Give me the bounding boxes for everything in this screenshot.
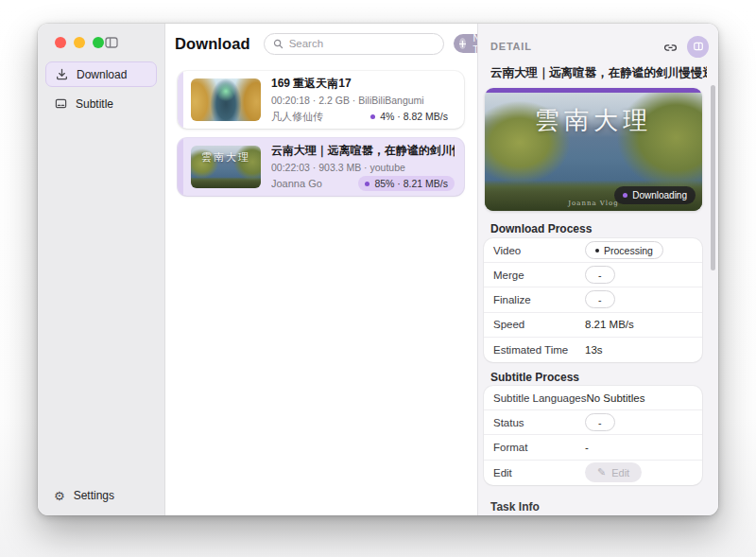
pencil-icon: ✎ xyxy=(597,466,606,479)
detail-panel: DETAIL 云南大理｜远离喧嚣，在静谧的剑川慢慢逛｜千... xyxy=(477,24,718,515)
row-label: Finalize xyxy=(493,294,585,305)
subtitle-icon xyxy=(54,97,67,111)
row-subtitle-languages: Subtitle Languages No Subtitles xyxy=(484,386,702,410)
edit-subtitle-button[interactable]: ✎ Edit xyxy=(585,462,642,482)
download-process-card: Video Processing Merge - Finalize - Spee… xyxy=(484,238,702,362)
sidebar-nav: Download Subtitle xyxy=(45,61,157,116)
minimize-window-button[interactable] xyxy=(74,37,85,48)
status-badge-label: Downloading xyxy=(632,190,687,200)
row-speed: Speed 8.21 MB/s xyxy=(484,313,702,338)
task-meta: 00:22:03 · 903.3 MB · youtube xyxy=(271,162,455,173)
row-label: Merge xyxy=(493,270,585,281)
task-list: 169 重返天南17 00:20:18 · 2.2 GB · BiliBiliB… xyxy=(178,71,464,196)
sidebar: Download Subtitle ⚙ Settings xyxy=(38,24,165,515)
estimated-time-value: 13s xyxy=(585,344,603,356)
task-info: 云南大理｜远离喧嚣，在静谧的剑川慢慢... 00:22:03 · 903.3 M… xyxy=(271,143,455,191)
detail-video-title: 云南大理｜远离喧嚣，在静谧的剑川慢慢逛｜千... xyxy=(490,65,707,81)
finalize-status-pill: - xyxy=(585,290,615,308)
thumbnail-overlay-text: 雲南大理 xyxy=(485,104,702,137)
row-subtitle-status: Status - xyxy=(484,410,702,435)
speed-value: 8.21 MB/s xyxy=(585,319,634,330)
sidebar-item-label: Download xyxy=(77,68,127,81)
row-label: Video xyxy=(493,245,585,256)
video-status-pill: Processing xyxy=(585,241,663,259)
sidebar-item-subtitle[interactable]: Subtitle xyxy=(45,91,157,116)
zoom-window-button[interactable] xyxy=(93,37,104,48)
row-subtitle-edit: Edit ✎ Edit xyxy=(484,461,702,485)
toggle-detail-panel-button[interactable] xyxy=(687,36,709,58)
status-dot-icon xyxy=(623,193,627,198)
task-progress: 85% · 8.21 MB/s xyxy=(358,176,455,191)
pill-label: - xyxy=(598,270,602,281)
task-info-heading: Task Info xyxy=(490,500,540,513)
search-box[interactable] xyxy=(264,33,444,55)
row-label: Estimated Time xyxy=(493,344,585,356)
subtitle-process-card: Subtitle Languages No Subtitles Status -… xyxy=(484,386,702,485)
window-controls xyxy=(55,37,104,48)
row-label: Subtitle Languages xyxy=(493,392,586,404)
row-estimated-time: Estimated Time 13s xyxy=(484,338,702,362)
row-subtitle-format: Format - xyxy=(484,435,702,460)
row-video: Video Processing xyxy=(484,238,702,263)
row-label: Status xyxy=(493,417,585,428)
open-link-button[interactable] xyxy=(663,40,678,54)
task-meta: 00:20:18 · 2.2 GB · BiliBiliBangumi xyxy=(271,95,455,106)
thumbnail-image: 雲南大理 Joanna Vlog Downloading xyxy=(485,93,702,211)
pill-label: - xyxy=(598,417,602,428)
row-finalize: Finalize - xyxy=(484,287,702,312)
task-card-2[interactable]: 雲南大理 云南大理｜远离喧嚣，在静谧的剑川慢慢... 00:22:03 · 90… xyxy=(178,138,464,196)
sidebar-item-download[interactable]: Download xyxy=(45,61,157,87)
row-merge: Merge - xyxy=(484,263,702,287)
task-progress: 4% · 8.82 MB/s xyxy=(364,109,455,124)
settings-label: Settings xyxy=(74,489,114,502)
progress-dot-icon xyxy=(370,114,375,119)
status-badge: Downloading xyxy=(614,186,696,204)
link-icon xyxy=(663,40,678,54)
task-author: Joanna Go xyxy=(271,178,322,189)
subtitle-process-heading: Subtitle Process xyxy=(490,371,579,384)
edit-button-label: Edit xyxy=(611,467,629,479)
page-title: Download xyxy=(175,35,250,53)
thumbnail-overlay-text: 雲南大理 xyxy=(191,150,261,165)
pill-dot-icon xyxy=(595,249,599,252)
desktop-background: Download Subtitle ⚙ Settings Do xyxy=(0,0,756,557)
detail-header: DETAIL xyxy=(490,35,709,58)
subtitle-format-value: - xyxy=(585,442,589,453)
download-icon xyxy=(55,68,68,81)
sidebar-item-settings[interactable]: ⚙ Settings xyxy=(54,489,114,502)
row-label: Format xyxy=(493,442,585,453)
task-info: 169 重返天南17 00:20:18 · 2.2 GB · BiliBiliB… xyxy=(271,76,455,124)
card-accent-rail xyxy=(178,71,183,129)
progress-text: 85% · 8.21 MB/s xyxy=(374,178,448,189)
download-header: Download New Task xyxy=(165,24,477,63)
detail-scrollbar[interactable] xyxy=(711,85,715,270)
row-label: Edit xyxy=(493,467,585,479)
merge-status-pill: - xyxy=(585,266,615,284)
sidebar-item-label: Subtitle xyxy=(76,97,113,111)
progress-text: 4% · 8.82 MB/s xyxy=(380,111,448,122)
task-title: 169 重返天南17 xyxy=(271,76,455,92)
card-accent-rail xyxy=(178,138,183,196)
task-card-1[interactable]: 169 重返天南17 00:20:18 · 2.2 GB · BiliBiliB… xyxy=(178,71,464,129)
search-input[interactable] xyxy=(289,38,435,49)
download-process-heading: Download Process xyxy=(490,222,592,235)
detail-heading: DETAIL xyxy=(490,41,532,52)
task-thumbnail xyxy=(191,78,261,121)
subtitle-status-pill: - xyxy=(585,413,615,431)
panel-icon xyxy=(693,41,704,52)
task-title: 云南大理｜远离喧嚣，在静谧的剑川慢慢... xyxy=(271,143,455,159)
task-author: 凡人修仙传 xyxy=(271,110,323,124)
pill-label: - xyxy=(598,294,602,305)
detail-thumbnail: 雲南大理 Joanna Vlog Downloading xyxy=(485,88,702,211)
sidebar-toggle-icon[interactable] xyxy=(104,35,119,50)
row-label: Speed xyxy=(493,319,585,330)
task-thumbnail: 雲南大理 xyxy=(191,146,261,188)
gear-icon: ⚙ xyxy=(54,490,65,502)
search-icon xyxy=(273,39,284,49)
close-window-button[interactable] xyxy=(55,37,66,48)
progress-dot-icon xyxy=(365,182,369,186)
plus-icon xyxy=(459,38,466,49)
subtitle-languages-value: No Subtitles xyxy=(586,392,644,404)
download-panel: Download New Task xyxy=(165,24,477,515)
app-window: Download Subtitle ⚙ Settings Do xyxy=(38,24,718,515)
